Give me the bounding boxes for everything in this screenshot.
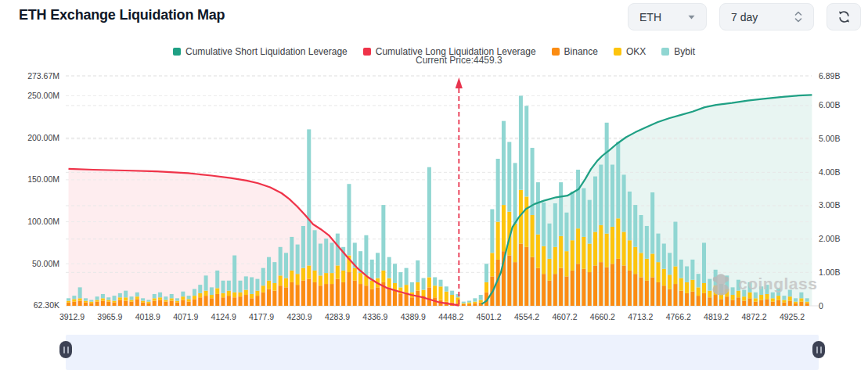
bar-okx (754, 298, 758, 301)
bar-binance (708, 297, 711, 306)
bar-bybit (610, 165, 614, 228)
bar-okx (193, 296, 196, 299)
bar-okx (113, 301, 117, 303)
bar-okx (67, 301, 70, 303)
bar-bybit (261, 268, 265, 286)
bar-binance (719, 299, 723, 306)
bar-bybit (588, 200, 592, 244)
bar-binance (284, 287, 288, 306)
bar-binance (279, 285, 283, 306)
bar-bybit (232, 256, 236, 292)
svg-text:4607.2: 4607.2 (552, 312, 577, 321)
bar-okx (164, 300, 167, 301)
bar-bybit (719, 284, 723, 293)
bar-okx (531, 215, 535, 257)
svg-text:4018.9: 4018.9 (135, 312, 160, 321)
bar-bybit (794, 298, 798, 301)
bar-okx (553, 247, 557, 274)
bar-okx (805, 302, 809, 303)
svg-text:4766.2: 4766.2 (666, 312, 691, 321)
bar-bybit (118, 293, 122, 297)
bar-binance (398, 294, 402, 306)
bar-binance (364, 285, 368, 306)
bar-bybit (398, 272, 402, 287)
bar-binance (645, 281, 649, 306)
bar-bybit (547, 224, 551, 259)
bar-okx (668, 275, 672, 289)
bar-binance (124, 301, 128, 306)
bar-bybit (788, 290, 792, 297)
bar-binance (416, 291, 420, 306)
bar-binance (175, 303, 179, 306)
svg-text:4554.2: 4554.2 (514, 312, 539, 321)
bar-bybit (272, 262, 276, 283)
bar-binance (370, 289, 374, 306)
bar-binance (759, 300, 763, 306)
bar-binance (593, 265, 597, 306)
svg-text:4230.9: 4230.9 (286, 312, 312, 321)
bar-binance (215, 294, 219, 306)
bar-okx (731, 295, 735, 300)
bar-bybit (593, 177, 597, 232)
bar-okx (685, 282, 689, 293)
bar-bybit (782, 296, 786, 300)
area-fills (69, 95, 812, 306)
navigator-left-handle[interactable] (59, 341, 72, 358)
bar-binance (536, 268, 540, 306)
bar-bybit (771, 292, 775, 299)
bar-binance (582, 269, 585, 306)
bar-bybit (330, 242, 334, 273)
bar-binance (794, 303, 798, 306)
bar-bybit (95, 296, 99, 300)
bar-binance (135, 299, 139, 306)
bar-okx (330, 273, 334, 284)
bar-okx (605, 234, 609, 267)
bar-okx (564, 251, 568, 276)
bar-bybit (370, 260, 374, 281)
bar-okx (261, 285, 265, 292)
bar-binance (113, 303, 117, 306)
bar-binance (656, 282, 660, 306)
bar-binance (668, 289, 672, 306)
bar-bybit (731, 287, 735, 295)
bar-bybit (450, 291, 454, 295)
bar-okx (622, 231, 626, 265)
bar-okx (719, 293, 723, 300)
bar-okx (279, 275, 283, 285)
bar-binance (765, 299, 769, 306)
bar-bybit (536, 182, 540, 235)
bar-binance (662, 285, 666, 306)
bar-binance (67, 303, 70, 306)
bar-binance (799, 302, 803, 306)
bar-okx (737, 291, 740, 298)
liquidation-chart[interactable]: 273.67M250.00M200.00M150.00M100.00M50.00… (0, 0, 868, 332)
bar-okx (433, 285, 437, 297)
navigator-right-handle[interactable] (812, 341, 825, 358)
bar-okx (547, 259, 551, 281)
chart-navigator[interactable] (66, 335, 819, 370)
bar-bybit (633, 205, 637, 247)
bar-okx (742, 296, 746, 300)
bar-bybit (582, 188, 585, 237)
bar-bybit (146, 300, 150, 301)
bar-binance (639, 277, 643, 306)
bar-okx (313, 271, 317, 282)
bar-bybit (387, 257, 391, 278)
bar-okx (782, 300, 786, 302)
bar-bybit (238, 281, 242, 292)
bar-binance (181, 300, 185, 306)
bar-okx (776, 296, 780, 300)
bar-okx (445, 292, 448, 302)
bar-okx (141, 301, 145, 303)
bar-binance (324, 284, 328, 306)
bar-okx (765, 294, 769, 299)
bar-bybit (616, 142, 620, 219)
bar-binance (507, 256, 511, 306)
bar-okx (416, 282, 420, 291)
bar-okx (181, 296, 185, 300)
bar-binance (782, 303, 786, 306)
bar-okx (255, 291, 259, 296)
bar-okx (358, 273, 362, 284)
bar-bybit (553, 203, 557, 247)
bar-okx (72, 299, 76, 301)
